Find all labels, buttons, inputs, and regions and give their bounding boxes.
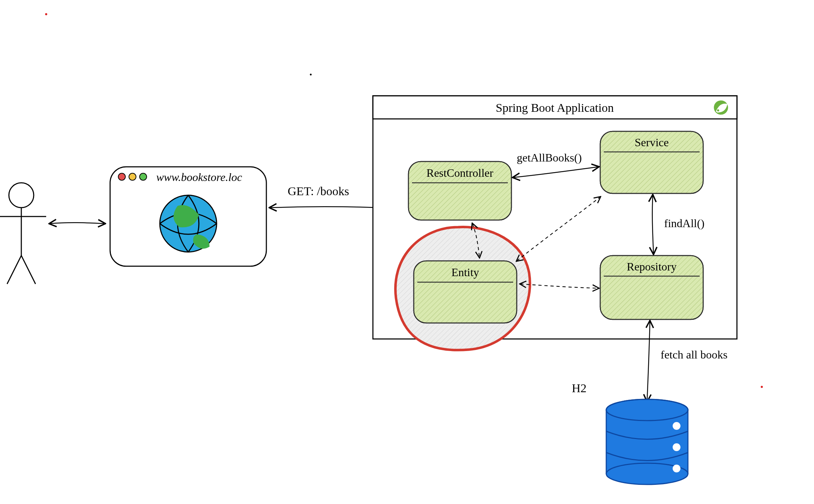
svg-line-7 (7, 256, 21, 284)
http-label: GET: /books (288, 185, 349, 198)
window-min-dot (129, 173, 136, 180)
service-component: Service (600, 131, 703, 193)
stray-mark (45, 13, 47, 15)
browser-url: www.bookstore.loc (156, 171, 242, 183)
entity-label: Entity (451, 266, 479, 279)
user-icon (0, 183, 46, 284)
container-title: Spring Boot Application (496, 101, 614, 114)
svg-line-8 (21, 256, 36, 284)
globe-icon (160, 195, 217, 252)
architecture-diagram: www.bookstore.loc GET: /books Spring Boo… (0, 0, 814, 504)
window-max-dot (140, 173, 147, 180)
spring-logo-icon (714, 100, 728, 115)
service-call-label: getAllBooks() (517, 151, 582, 164)
db-name: H2 (572, 382, 587, 395)
repo-call-label: findAll() (664, 217, 705, 230)
repository-label: Repository (627, 260, 677, 273)
browser-window: www.bookstore.loc (110, 167, 266, 266)
svg-point-32 (673, 422, 680, 430)
repository-component: Repository (600, 256, 703, 319)
stray-mark (761, 386, 763, 388)
db-call-label: fetch all books (661, 348, 727, 361)
svg-point-14 (717, 109, 719, 111)
user-browser-arrow (50, 223, 105, 224)
controller-label: RestController (427, 166, 494, 179)
svg-point-33 (673, 443, 680, 451)
entity-component: Entity (414, 261, 517, 323)
rest-controller-component: RestController (408, 161, 511, 220)
window-close-dot (118, 173, 125, 180)
stray-mark (310, 74, 312, 76)
database-icon (606, 399, 688, 484)
service-label: Service (635, 136, 669, 149)
svg-point-34 (673, 465, 680, 472)
svg-point-4 (9, 183, 34, 208)
